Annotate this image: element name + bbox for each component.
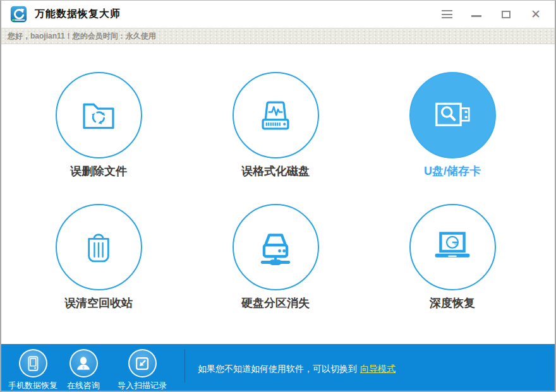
app-title: 万能数据恢复大师: [35, 8, 121, 21]
wizard-mode-hint: 如果您不知道如何使用软件，可以切换到向导模式: [198, 364, 396, 375]
tile-circle: [233, 72, 319, 158]
footer-circle: [19, 349, 47, 377]
person-icon: [74, 354, 93, 373]
tile-circle: [409, 204, 496, 290]
tile-circle: [233, 204, 319, 290]
tile-circle: [56, 204, 142, 290]
window-controls: ✕: [440, 8, 546, 21]
tile-deep-recovery[interactable]: 深度恢复: [364, 204, 541, 309]
drive-pulse-icon: [253, 93, 298, 138]
footer-item-online-support[interactable]: 在线咨询: [55, 349, 112, 391]
maximize-icon[interactable]: [500, 8, 512, 21]
recovery-mode-grid: 误删除文件: [1, 44, 555, 344]
import-icon: [133, 354, 152, 373]
tile-circle: [56, 72, 142, 158]
usb-search-icon: [430, 93, 474, 138]
tile-formatted-disk[interactable]: 误格式化磁盘: [187, 72, 364, 177]
app-window: 万能数据恢复大师 ✕ 您好，baojian11！您的会员时间：永久使用: [0, 0, 556, 392]
footer-bar: 手机数据恢复 在线咨询 导入扫描记录: [1, 344, 555, 391]
folder-recycle-icon: [76, 93, 121, 138]
tile-label: 深度恢复: [430, 297, 475, 309]
footer-circle: [70, 349, 98, 377]
footer-item-phone-recovery[interactable]: 手机数据恢复: [4, 349, 61, 391]
greeting-text: 您好，baojian11！您的会员时间：永久使用: [8, 31, 156, 42]
tile-recycle-bin[interactable]: 误清空回收站: [10, 204, 187, 309]
close-icon[interactable]: ✕: [529, 8, 542, 21]
footer-item-label: 导入扫描记录: [118, 380, 167, 391]
phone-icon: [23, 354, 42, 373]
tile-label: U盘/储存卡: [424, 165, 481, 177]
title-bar: 万能数据恢复大师 ✕: [1, 1, 555, 28]
app-logo-icon: [10, 6, 27, 23]
tile-deleted-files[interactable]: 误删除文件: [10, 72, 187, 177]
footer-item-label: 手机数据恢复: [8, 380, 57, 391]
tile-label: 误格式化磁盘: [241, 165, 310, 177]
tile-usb-memory-card[interactable]: U盘/储存卡: [364, 72, 541, 177]
footer-item-label: 在线咨询: [67, 380, 100, 391]
laptop-clock-icon: [430, 225, 474, 270]
footer-divider: [184, 349, 185, 383]
drive-network-icon: [253, 225, 298, 270]
tile-label: 误清空回收站: [64, 297, 133, 309]
footer-item-import-scan[interactable]: 导入扫描记录: [114, 349, 171, 391]
minimize-icon[interactable]: [470, 8, 483, 21]
tile-lost-partition[interactable]: 硬盘分区消失: [187, 204, 364, 309]
tile-circle: [409, 72, 496, 158]
tile-label: 硬盘分区消失: [241, 297, 310, 309]
hint-text: 如果您不知道如何使用软件，可以切换到: [198, 364, 357, 374]
trash-icon: [76, 225, 121, 270]
wizard-mode-link[interactable]: 向导模式: [360, 364, 396, 374]
menu-icon[interactable]: [440, 8, 453, 21]
tile-label: 误删除文件: [70, 165, 127, 177]
footer-circle: [128, 349, 157, 377]
membership-banner: 您好，baojian11！您的会员时间：永久使用: [1, 28, 555, 44]
